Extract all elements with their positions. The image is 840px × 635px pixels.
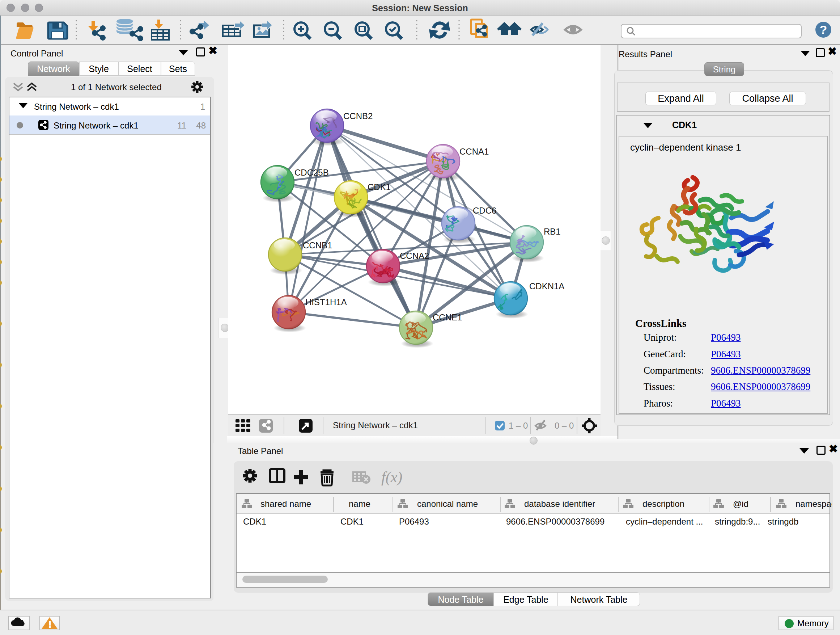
- svg-text:?: ?: [820, 23, 827, 36]
- svg-text:description: description: [643, 499, 684, 509]
- svg-text:CDKN1A: CDKN1A: [529, 281, 564, 291]
- svg-text:CDC6: CDC6: [473, 206, 496, 215]
- svg-text:namespac: namespac: [796, 499, 832, 509]
- svg-text:name: name: [349, 499, 370, 509]
- svg-text:CCNB2: CCNB2: [343, 111, 373, 121]
- svg-text:1 – 0: 1 – 0: [508, 421, 528, 431]
- svg-text:CCNA1: CCNA1: [459, 147, 489, 157]
- svg-text:RB1: RB1: [544, 226, 561, 236]
- svg-text:0 – 0: 0 – 0: [554, 421, 574, 431]
- svg-text:CCNE1: CCNE1: [433, 312, 462, 322]
- svg-text:CDK1: CDK1: [368, 182, 391, 192]
- svg-text:String Network – cdk1: String Network – cdk1: [333, 420, 418, 430]
- svg-text:canonical name: canonical name: [417, 499, 478, 509]
- svg-text:CCNB1: CCNB1: [303, 241, 332, 250]
- svg-text:shared name: shared name: [261, 499, 311, 509]
- svg-text:@id: @id: [733, 499, 748, 509]
- svg-text:HIST1H1A: HIST1H1A: [305, 297, 347, 307]
- svg-text:f(x): f(x): [381, 469, 402, 486]
- svg-text:CCNA2: CCNA2: [400, 251, 429, 261]
- svg-text:database identifier: database identifier: [524, 499, 595, 509]
- svg-text:CDC25B: CDC25B: [294, 168, 329, 177]
